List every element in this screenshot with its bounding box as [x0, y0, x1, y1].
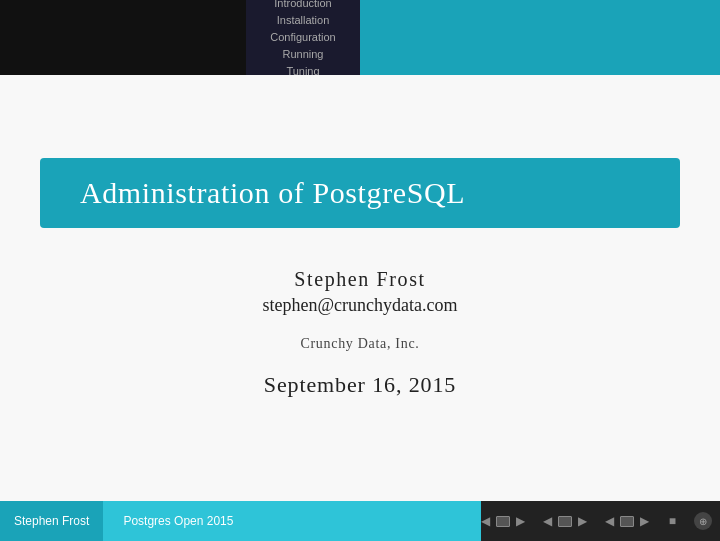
frame-icon3 — [620, 516, 634, 527]
slide-title: Administration of PostgreSQL — [80, 176, 640, 210]
author-email: stephen@crunchydata.com — [262, 295, 457, 316]
bottom-bar: Stephen Frost Postgres Open 2015 ◀ ▶ ◀ ▶… — [0, 501, 720, 541]
nav-controls: ◀ ▶ ◀ ▶ ◀ ▶ ■ ⊕ — [481, 512, 720, 530]
bottom-bar-author: Stephen Frost — [0, 501, 103, 541]
top-bar-nav: Introduction Installation Configuration … — [246, 0, 360, 75]
top-bar-right — [360, 0, 720, 75]
prev-arrow3[interactable]: ◀ — [605, 514, 614, 529]
company: Crunchy Data, Inc. — [262, 336, 457, 352]
date: September 16, 2015 — [262, 372, 457, 398]
prev-arrow[interactable]: ◀ — [481, 514, 490, 529]
frame-icon2 — [558, 516, 572, 527]
frame-icon — [496, 516, 510, 527]
nav-introduction[interactable]: Introduction — [274, 0, 331, 12]
nav-installation[interactable]: Installation — [277, 12, 330, 29]
prev-arrow2[interactable]: ◀ — [543, 514, 552, 529]
top-bar-left — [0, 0, 246, 75]
author-section: Stephen Frost stephen@crunchydata.com Cr… — [262, 268, 457, 398]
nav-running[interactable]: Running — [283, 46, 324, 63]
author-name: Stephen Frost — [262, 268, 457, 291]
end-icon[interactable]: ■ — [669, 514, 676, 529]
bottom-bar-conference: Postgres Open 2015 — [103, 501, 480, 541]
next-arrow3[interactable]: ▶ — [640, 514, 649, 529]
top-bar: Introduction Installation Configuration … — [0, 0, 720, 75]
title-banner: Administration of PostgreSQL — [40, 158, 680, 228]
next-arrow2[interactable]: ▶ — [578, 514, 587, 529]
next-arrow[interactable]: ▶ — [516, 514, 525, 529]
zoom-button[interactable]: ⊕ — [694, 512, 712, 530]
nav-configuration[interactable]: Configuration — [270, 29, 335, 46]
slide-content: Administration of PostgreSQL Stephen Fro… — [0, 75, 720, 501]
